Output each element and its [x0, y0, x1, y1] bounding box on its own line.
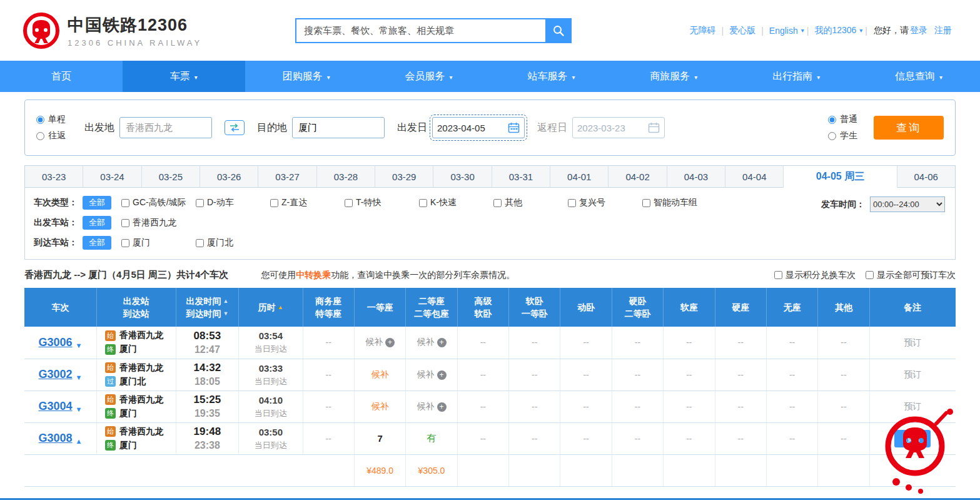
depart-date-input[interactable]: 2023-04-05: [432, 117, 525, 138]
search-input[interactable]: [295, 18, 545, 43]
sort-asc-icon[interactable]: ▲: [223, 295, 228, 307]
date-tab-03-30[interactable]: 03-30: [433, 166, 492, 188]
date-tab-04-04[interactable]: 04-04: [725, 166, 784, 188]
radio[interactable]: [828, 116, 836, 124]
nav-item-0[interactable]: 首页: [0, 61, 123, 92]
seat-cell[interactable]: 候补+: [354, 327, 405, 359]
train-no-link[interactable]: G3002: [39, 368, 73, 380]
train-type-6[interactable]: 复兴号: [568, 197, 642, 208]
date-tab-03-31[interactable]: 03-31: [492, 166, 550, 188]
col-header-2[interactable]: 出发时间▲到达时间▼: [176, 288, 238, 327]
train-type-all-badge[interactable]: 全部: [83, 196, 111, 210]
train-type-7[interactable]: 智能动车组: [642, 197, 717, 208]
checkbox[interactable]: [774, 271, 782, 279]
nav-item-2[interactable]: 团购服务▾: [245, 61, 368, 92]
from-input[interactable]: [119, 117, 212, 138]
to-station-0[interactable]: 厦门: [121, 237, 196, 248]
checkbox[interactable]: [866, 271, 874, 279]
link-english[interactable]: English: [764, 26, 804, 36]
radio[interactable]: [36, 116, 44, 124]
link-accessible[interactable]: 无障碍: [684, 25, 722, 36]
date-tab-04-02[interactable]: 04-02: [609, 166, 667, 188]
seat-cell[interactable]: 候补+: [406, 359, 457, 390]
points-exchange-toggle[interactable]: 显示积分兑换车次: [774, 270, 856, 281]
student-ticket-radio[interactable]: 学生: [828, 130, 857, 141]
from-station-all-badge[interactable]: 全部: [83, 216, 111, 230]
train-no-link[interactable]: G3006: [39, 336, 73, 349]
checkbox[interactable]: [419, 199, 427, 207]
train-no-link[interactable]: G3008: [39, 432, 73, 444]
seat-cell[interactable]: 候补: [354, 390, 405, 422]
normal-ticket-radio[interactable]: 普通: [828, 114, 857, 125]
expand-icon[interactable]: ▼: [76, 342, 83, 349]
train-type-3[interactable]: T-特快: [345, 197, 419, 208]
train-type-5[interactable]: 其他: [493, 197, 568, 208]
nav-item-1[interactable]: 车票▾: [123, 61, 245, 92]
radio[interactable]: [828, 132, 836, 140]
train-type-4[interactable]: K-快速: [419, 197, 493, 208]
query-button[interactable]: 查询: [874, 116, 944, 140]
transfer-link[interactable]: 中转换乘: [296, 270, 331, 280]
search-button[interactable]: [545, 18, 572, 43]
checkbox[interactable]: [196, 239, 204, 247]
nav-item-6[interactable]: 出行指南▾: [735, 61, 857, 92]
waitlist-plus-icon[interactable]: +: [437, 402, 447, 412]
waitlist-plus-icon[interactable]: +: [437, 370, 447, 380]
train-type-2[interactable]: Z-直达: [270, 197, 345, 208]
checkbox[interactable]: [121, 199, 129, 207]
link-care-version[interactable]: 爱心版: [724, 25, 761, 36]
date-tab-04-03[interactable]: 04-03: [667, 166, 725, 188]
date-tab-03-24[interactable]: 03-24: [83, 166, 141, 188]
from-station-0[interactable]: 香港西九龙: [121, 217, 196, 228]
site-logo[interactable]: 中国铁路12306 12306 CHINA RAILWAY: [23, 12, 235, 49]
seat-cell[interactable]: 候补: [354, 359, 405, 390]
round-trip-radio[interactable]: 往返: [36, 130, 66, 141]
train-type-0[interactable]: GC-高铁/城际: [121, 197, 196, 208]
checkbox[interactable]: [642, 199, 650, 207]
swap-stations-button[interactable]: [225, 120, 245, 135]
train-type-1[interactable]: D-动车: [196, 197, 270, 208]
to-input[interactable]: [292, 117, 385, 138]
checkbox[interactable]: [121, 239, 129, 247]
login-link[interactable]: 登录: [909, 25, 929, 36]
train-no-link[interactable]: G3004: [39, 400, 73, 412]
all-bookable-toggle[interactable]: 显示全部可预订车次: [866, 270, 956, 281]
date-tab-03-23[interactable]: 03-23: [25, 166, 83, 188]
date-tab-04-01[interactable]: 04-01: [550, 166, 609, 188]
seat-cell[interactable]: 候补+: [406, 327, 457, 359]
to-station-1[interactable]: 厦门北: [196, 237, 270, 248]
date-tab-03-25[interactable]: 03-25: [142, 166, 200, 188]
nav-item-5[interactable]: 商旅服务▾: [612, 61, 735, 92]
date-tab-03-29[interactable]: 03-29: [375, 166, 433, 188]
checkbox[interactable]: [270, 199, 278, 207]
register-link[interactable]: 注册: [929, 25, 957, 36]
checkbox[interactable]: [493, 199, 502, 207]
sort-desc-icon[interactable]: ▼: [223, 307, 228, 320]
nav-item-4[interactable]: 站车服务▾: [490, 61, 613, 92]
checkbox[interactable]: [121, 219, 129, 227]
expand-icon[interactable]: ▼: [76, 374, 83, 381]
calendar-icon[interactable]: [508, 122, 520, 133]
to-station-all-badge[interactable]: 全部: [83, 236, 111, 250]
seat-cell[interactable]: 候补+: [406, 390, 457, 422]
expand-icon[interactable]: ▼: [76, 406, 83, 413]
depart-time-select[interactable]: 00:00--24:00: [870, 196, 945, 212]
checkbox[interactable]: [196, 199, 204, 207]
one-way-radio[interactable]: 单程: [36, 114, 66, 125]
waitlist-plus-icon[interactable]: +: [385, 338, 395, 347]
checkbox[interactable]: [568, 199, 576, 207]
date-tab-04-06[interactable]: 04-06: [897, 166, 955, 188]
radio[interactable]: [36, 132, 44, 140]
date-tab-04-05[interactable]: 04-05 周三: [784, 166, 897, 188]
nav-item-3[interactable]: 会员服务▾: [368, 61, 490, 92]
date-tab-03-27[interactable]: 03-27: [258, 166, 316, 188]
col-header-3[interactable]: 历时▲: [239, 288, 303, 327]
link-my12306[interactable]: 我的12306: [809, 25, 862, 36]
date-tab-03-26[interactable]: 03-26: [200, 166, 258, 188]
nav-item-7[interactable]: 信息查询▾: [857, 61, 980, 92]
waitlist-plus-icon[interactable]: +: [437, 338, 447, 347]
checkbox[interactable]: [345, 199, 353, 207]
sort-asc-icon[interactable]: ▲: [278, 301, 283, 314]
date-tab-03-28[interactable]: 03-28: [317, 166, 375, 188]
collapse-icon[interactable]: ▲: [76, 437, 83, 445]
